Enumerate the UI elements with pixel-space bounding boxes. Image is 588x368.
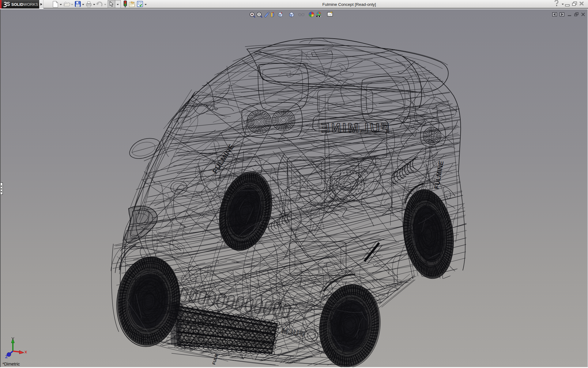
svg-text:FULMINE: FULMINE (319, 121, 390, 135)
svg-text:SOLIDWORKS: SOLIDWORKS (11, 2, 38, 7)
svg-text:FULM: FULM (281, 326, 304, 338)
svg-text:FULM: FULM (211, 353, 219, 365)
